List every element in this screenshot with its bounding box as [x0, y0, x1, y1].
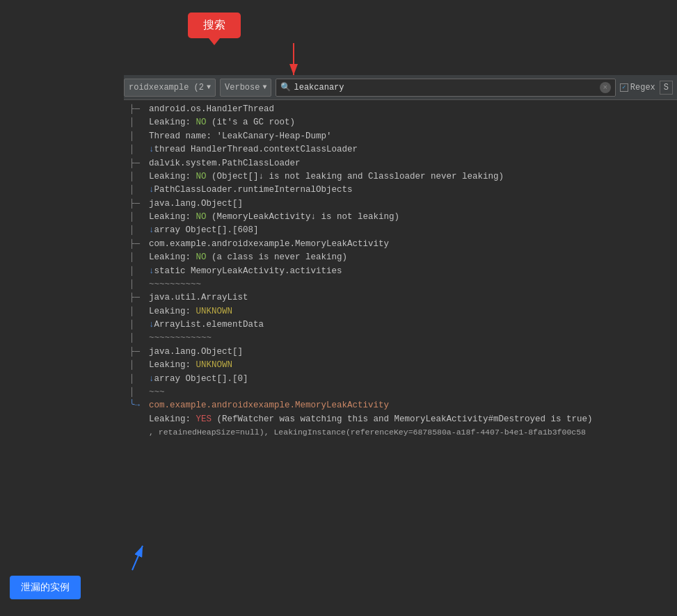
log-line: │Leaking: UNKNOWN	[124, 305, 677, 318]
toolbar: roidxexample (2 ▼ Verbose ▼ 🔍 leakcanary…	[124, 75, 677, 100]
log-line: │↓ array Object[].[608]	[124, 224, 677, 237]
pipe-char: │	[129, 265, 143, 278]
regex-label: Regex	[630, 83, 655, 92]
log-line: │↓ PathClassLoader.runtimeInternalObject…	[124, 184, 677, 197]
log-content: ├─android.os.HandlerThread│Leaking: NO (…	[124, 100, 677, 616]
pipe-char: │	[129, 359, 143, 372]
pipe-char: ├─	[129, 291, 143, 305]
log-line: │↓ array Object[].[0]	[124, 373, 677, 386]
log-text: array Object[].[608]	[154, 224, 259, 237]
log-level-dropdown[interactable]: Verbose ▼	[220, 79, 271, 97]
log-text: , retainedHeapSize=null), LeakingInstanc…	[149, 426, 586, 439]
log-text: com.example.androidxexample.MemoryLeakAc…	[149, 238, 389, 251]
pipe-char: │	[129, 184, 143, 197]
log-text: com.example.androidxexample.MemoryLeakAc…	[149, 399, 389, 412]
main-window: 搜索 roidxexample (2 ▼ Verbose ▼ 🔍 leakcan	[0, 0, 677, 616]
s-button[interactable]: S	[660, 81, 673, 95]
log-line: ├─com.example.androidxexample.MemoryLeak…	[124, 238, 677, 251]
pipe-char	[129, 413, 143, 426]
log-text: Thread name: 'LeakCanary-Heap-Dump'	[149, 130, 332, 143]
log-text: thread HandlerThread.contextClassLoader	[154, 143, 358, 156]
log-line: ├─java.util.ArrayList	[124, 291, 677, 305]
search-bar: 🔍 leakcanary ×	[276, 79, 615, 97]
log-line: │~~~~~~~~~~~~	[124, 332, 677, 345]
search-tooltip: 搜索	[188, 13, 241, 38]
log-line: ├─dalvik.system.PathClassLoader	[124, 157, 677, 170]
log-text: Leaking: NO (MemoryLeakActivity↓ is not …	[149, 211, 399, 224]
pipe-char: │	[129, 332, 143, 345]
pipe-char: │	[129, 143, 143, 156]
log-text: android.os.HandlerThread	[149, 103, 274, 116]
log-line: │Leaking: NO (a class is never leaking)	[124, 251, 677, 264]
pipe-char: │	[129, 305, 143, 318]
pipe-char: │	[129, 386, 143, 399]
log-text: dalvik.system.PathClassLoader	[149, 157, 301, 170]
device-label: roidxexample (2	[129, 83, 204, 92]
log-line: │↓ ArrayList.elementData	[124, 318, 677, 332]
log-line: ├─java.lang.Object[]	[124, 197, 677, 211]
pipe-char: ├─	[129, 157, 143, 170]
pipe-char: ╰→	[129, 399, 143, 412]
log-text: PathClassLoader.runtimeInternalObjects	[154, 184, 353, 197]
device-dropdown-arrow: ▼	[207, 83, 211, 91]
log-level-label: Verbose	[225, 83, 260, 92]
search-clear-button[interactable]: ×	[600, 82, 611, 93]
pipe-char: │	[129, 373, 143, 386]
pipe-char: ├─	[129, 197, 143, 211]
log-line: │↓ thread HandlerThread.contextClassLoad…	[124, 143, 677, 156]
log-line: │↓ static MemoryLeakActivity.activities	[124, 265, 677, 278]
pipe-char: │	[129, 251, 143, 264]
arrow-char: ↓	[149, 184, 154, 197]
arrow-char: ↓	[149, 224, 154, 237]
log-text: Leaking: UNKNOWN	[149, 305, 232, 318]
log-text: java.util.ArrayList	[149, 291, 248, 305]
log-text: Leaking: NO (Object[]↓ is not leaking an…	[149, 170, 504, 184]
log-text: Leaking: UNKNOWN	[149, 359, 232, 372]
log-line: │~~~~~~~~~~	[124, 278, 677, 291]
pipe-char: ├─	[129, 346, 143, 359]
log-line: Leaking: YES (RefWatcher was watching th…	[124, 413, 677, 426]
log-line: │Thread name: 'LeakCanary-Heap-Dump'	[124, 130, 677, 143]
log-text: static MemoryLeakActivity.activities	[154, 265, 342, 278]
pipe-char: ├─	[129, 238, 143, 251]
log-line: │Leaking: UNKNOWN	[124, 359, 677, 372]
log-line: ├─android.os.HandlerThread	[124, 103, 677, 116]
log-text: ~~~~~~~~~~	[149, 278, 201, 291]
arrow-char: ↓	[149, 143, 154, 156]
log-text: ~~~	[149, 386, 165, 399]
device-dropdown[interactable]: roidxexample (2 ▼	[124, 79, 216, 97]
log-line: │~~~	[124, 386, 677, 399]
log-line: │Leaking: NO (MemoryLeakActivity↓ is not…	[124, 211, 677, 224]
log-line: ├─java.lang.Object[]	[124, 346, 677, 359]
pipe-char	[129, 426, 143, 439]
log-text: ArrayList.elementData	[154, 318, 264, 332]
log-line: , retainedHeapSize=null), LeakingInstanc…	[124, 426, 677, 439]
search-input-value[interactable]: leakcanary	[294, 83, 599, 92]
arrow-char: ↓	[149, 318, 154, 332]
log-text: ~~~~~~~~~~~~	[149, 332, 212, 345]
pipe-char: ├─	[129, 103, 143, 116]
log-text: java.lang.Object[]	[149, 346, 243, 359]
log-text: Leaking: YES (RefWatcher was watching th…	[149, 413, 593, 426]
pipe-char: │	[129, 130, 143, 143]
pipe-char: │	[129, 278, 143, 291]
pipe-char: │	[129, 116, 143, 129]
arrow-char: ↓	[149, 373, 154, 386]
log-line: ╰→com.example.androidxexample.MemoryLeak…	[124, 399, 677, 412]
arrow-char: ↓	[149, 265, 154, 278]
log-text: java.lang.Object[]	[149, 197, 243, 211]
log-text: Leaking: NO (it's a GC root)	[149, 116, 295, 129]
search-icon: 🔍	[280, 82, 291, 92]
log-text: array Object[].[0]	[154, 373, 248, 386]
log-text: Leaking: NO (a class is never leaking)	[149, 251, 347, 264]
leak-instance-label: 泄漏的实例	[10, 576, 81, 599]
pipe-char: │	[129, 318, 143, 332]
pipe-char: │	[129, 224, 143, 237]
log-level-arrow: ▼	[262, 83, 266, 91]
log-line: │Leaking: NO (it's a GC root)	[124, 116, 677, 129]
pipe-char: │	[129, 170, 143, 184]
regex-option[interactable]: Regex	[620, 83, 655, 92]
pipe-char: │	[129, 211, 143, 224]
regex-checkbox[interactable]	[620, 83, 628, 92]
log-line: │Leaking: NO (Object[]↓ is not leaking a…	[124, 170, 677, 184]
